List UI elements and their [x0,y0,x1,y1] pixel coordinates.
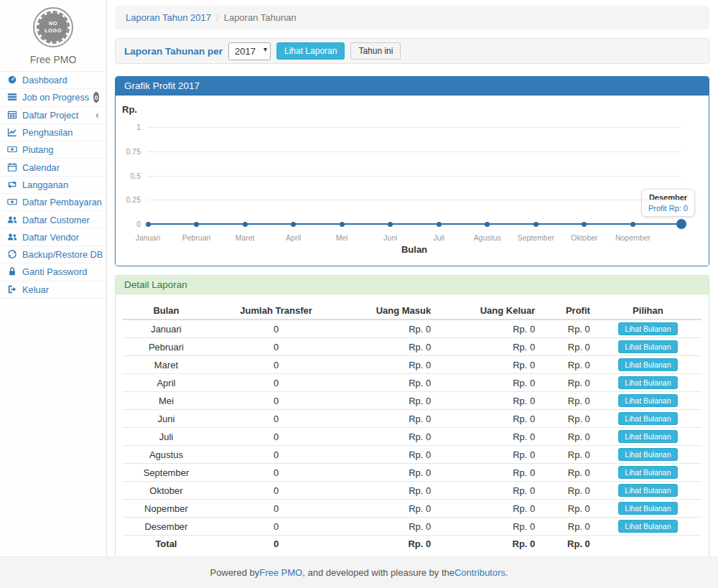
chart-tooltip: Desember Profit Rp: 0 [641,189,695,217]
table-row: Mei0Rp. 0Rp. 0Rp. 0Lihat Bulanan [123,392,701,410]
sidebar-item-daftar-customer[interactable]: Daftar Customer [0,211,106,228]
data-point-juni[interactable] [388,222,393,227]
data-point-maret[interactable] [243,222,248,227]
lihat-bulanan-button[interactable]: Lihat Bulanan [618,448,677,461]
lihat-bulanan-button[interactable]: Lihat Bulanan [618,520,677,533]
data-point-nopember[interactable] [630,222,635,227]
sidebar-item-calendar[interactable]: Calendar [0,159,106,176]
table-cell: Rp. 0 [342,536,435,553]
detail-laporan-panel: Detail Laporan BulanJumlah TransferUang … [115,275,709,564]
tahun-ini-button[interactable]: Tahun ini [350,42,401,60]
sidebar-item-label: Penghasilan [22,127,73,138]
table-row: Agustus0Rp. 0Rp. 0Rp. 0Lihat Bulanan [123,446,701,464]
table-cell: Rp. 0 [342,482,435,500]
sidebar-item-keluar[interactable]: Keluar [0,281,106,299]
sidebar-item-daftar-project[interactable]: Daftar Project ‹ [0,107,106,124]
footer-text-prefix: Powered by [210,567,260,578]
report-filter-bar: Laporan Tahunan per 2017 Lihat Laporan T… [115,38,709,64]
data-point-agustus[interactable] [485,222,490,227]
table-cell-action [595,536,701,553]
sidebar-item-job-on-progress[interactable]: Job on Progress 0 [0,89,106,106]
table-cell: Rp. 0 [539,446,595,464]
sidebar-item-label: Backup/Restore DB [22,249,103,260]
sidebar-item-label: Daftar Project [22,110,78,121]
filter-label: Laporan Tahunan per [124,46,223,57]
table-cell: 0 [210,356,342,374]
table-cell: Rp. 0 [342,319,435,338]
data-point-oktober[interactable] [582,222,587,227]
x-tick-label: September [518,233,554,242]
table-cell: Desember [123,518,210,536]
table-cell: Rp. 0 [435,536,539,553]
table-cell: April [123,374,210,392]
table-cell: Juni [123,410,210,428]
table-cell: Rp. 0 [539,464,595,482]
sidebar-item-langganan[interactable]: Langganan [0,177,106,194]
table-cell: 0 [210,518,342,536]
table-row: Juli0Rp. 0Rp. 0Rp. 0Lihat Bulanan [123,428,701,446]
chevron-left-icon: ‹ [95,111,99,118]
users-icon [7,215,18,225]
x-tick-label: Juli [433,233,444,242]
lihat-bulanan-button[interactable]: Lihat Bulanan [618,340,677,353]
lihat-bulanan-button[interactable]: Lihat Bulanan [618,466,677,479]
year-select-wrap: 2017 [228,42,271,60]
lihat-bulanan-button[interactable]: Lihat Bulanan [618,430,677,443]
sidebar-item-penghasilan[interactable]: Penghasilan [0,124,106,141]
data-point-januari[interactable] [146,222,151,227]
table-cell: Pebruari [123,338,210,356]
data-point-september[interactable] [533,222,538,227]
gridline [147,151,681,152]
lihat-bulanan-button[interactable]: Lihat Bulanan [618,502,677,515]
footer-link-free-pmo[interactable]: Free PMO [259,567,302,578]
table-cell: 0 [210,319,342,338]
tasks-icon [7,92,18,103]
detail-table-wrap: BulanJumlah TransferUang MasukUang Kelua… [116,294,709,564]
lihat-bulanan-button[interactable]: Lihat Bulanan [618,412,677,425]
profit-chart-plot: Rp. Bulan Desember Profit Rp: 0 10.750.5… [116,95,709,266]
sidebar-item-backup-restore-db[interactable]: Backup/Restore DB [0,246,106,263]
table-cell: 0 [210,338,342,356]
x-tick-label: Maret [236,233,255,242]
sidebar-item-dashboard[interactable]: Dashboard [0,72,106,89]
lihat-bulanan-button[interactable]: Lihat Bulanan [618,484,677,497]
sidebar-item-daftar-vendor[interactable]: Daftar Vendor [0,229,106,246]
data-point-mei[interactable] [340,222,345,227]
table-cell: 0 [210,428,342,446]
y-tick-label: 0 [116,220,141,228]
table-cell-action: Lihat Bulanan [595,374,701,392]
sidebar-item-piutang[interactable]: Piutang [0,141,106,159]
table-cell: Rp. 0 [539,482,595,500]
year-select[interactable]: 2017 [228,42,271,60]
lihat-bulanan-button[interactable]: Lihat Bulanan [618,394,677,407]
table-cell: Mei [123,392,210,410]
sidebar-item-ganti-password[interactable]: Ganti Password [0,263,106,281]
data-point-juli[interactable] [437,222,442,227]
users-icon [7,232,18,243]
breadcrumb-link-laporan-tahun[interactable]: Laporan Tahun 2017 [126,12,211,23]
data-point-pebruari[interactable] [194,222,199,227]
table-cell: Rp. 0 [539,374,595,392]
lihat-laporan-button[interactable]: Lihat Laporan [276,42,345,60]
lihat-bulanan-button[interactable]: Lihat Bulanan [618,376,677,389]
chart-panel-title: Grafik Profit 2017 [116,77,709,95]
table-cell: 0 [210,392,342,410]
sidebar-item-daftar-pembayaran[interactable]: Daftar Pembayaran [0,194,106,211]
retweet-icon [7,179,18,190]
table-cell-action: Lihat Bulanan [595,319,701,338]
table-total-row: Total0Rp. 0Rp. 0Rp. 0 [123,536,701,553]
lihat-bulanan-button[interactable]: Lihat Bulanan [618,358,677,371]
table-cell-action: Lihat Bulanan [595,464,701,482]
data-point-desember[interactable] [676,219,686,229]
lihat-bulanan-button[interactable]: Lihat Bulanan [618,322,677,335]
logo-gear-icon: NO LOGO [37,11,70,44]
table-cell: Rp. 0 [435,500,539,518]
footer-link-contributors[interactable]: Contributors. [454,567,508,578]
refresh-icon [7,249,18,260]
table-cell: Rp. 0 [539,356,595,374]
data-point-april[interactable] [291,222,296,227]
profit-chart-panel: Grafik Profit 2017 Rp. Bulan Desember Pr… [115,76,709,266]
table-cell: Rp. 0 [342,446,435,464]
page: NO LOGO Free PMO Dashboard Job on Progre… [0,0,718,588]
table-cell: 0 [210,482,342,500]
